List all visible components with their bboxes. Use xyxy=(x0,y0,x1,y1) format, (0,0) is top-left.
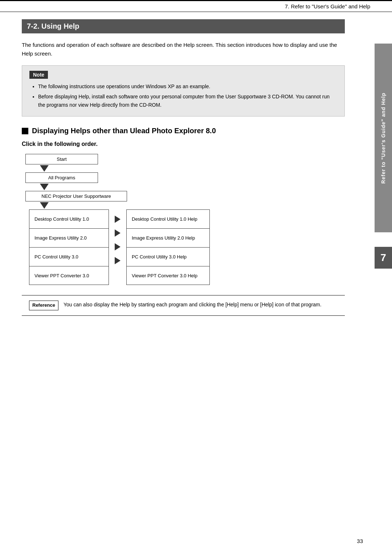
down-triangle-icon-3 xyxy=(40,202,49,209)
branch-left-item-3: PC Control Utility 3.0 xyxy=(29,247,109,266)
flow-step-start: Start xyxy=(25,154,98,164)
branch-right-item-4: Viewer PPT Converter 3.0 Help xyxy=(126,266,210,285)
main-content: 7-2. Using Help The functions and operat… xyxy=(0,12,374,330)
branch-right-column: Desktop Control Utility 1.0 Help Image E… xyxy=(126,209,210,285)
note-label: Note xyxy=(29,71,48,79)
note-list: The following instructions use operation… xyxy=(29,82,337,109)
chapter-number-badge: 7 xyxy=(375,247,392,269)
branch-left-item-1: Desktop Control Utility 1.0 xyxy=(29,209,109,228)
reference-text: You can also display the Help by startin… xyxy=(64,301,322,309)
subsection-title: Displaying Helps other than Ulead Photo … xyxy=(22,127,345,135)
down-triangle-icon-2 xyxy=(40,184,49,190)
subsection-title-text: Displaying Helps other than Ulead Photo … xyxy=(32,127,216,135)
page-header: 7. Refer to "User's Guide" and Help xyxy=(0,0,392,12)
body-text: The functions and operation of each soft… xyxy=(22,41,345,58)
branch-left-column: Desktop Control Utility 1.0 Image Expres… xyxy=(29,209,109,285)
branch-right-item-2: Image Express Utility 2.0 Help xyxy=(126,228,210,247)
down-triangle-icon-1 xyxy=(40,165,49,172)
page-container: 7. Refer to "User's Guide" and Help Refe… xyxy=(0,0,392,555)
flow-step-all-programs: All Programs xyxy=(25,172,98,183)
black-square-icon xyxy=(22,128,28,134)
branch-left-item-4: Viewer PPT Converter 3.0 xyxy=(29,266,109,285)
page-number: 33 xyxy=(357,538,363,544)
reference-label: Reference xyxy=(29,301,58,310)
arrow-2 xyxy=(40,184,49,190)
branch-left-item-2: Image Express Utility 2.0 xyxy=(29,228,109,247)
branch-connector xyxy=(109,209,126,270)
arrow-3 xyxy=(40,202,49,209)
arrow-1 xyxy=(40,165,49,172)
flow-diagram: Start All Programs NEC Projector User Su… xyxy=(25,154,345,285)
note-item-2: Before displaying Help, install each sof… xyxy=(38,93,337,109)
right-arrow-icon-2 xyxy=(115,229,121,237)
flow-step-nec: NEC Projector User Supportware xyxy=(25,191,127,201)
section-heading: 7-2. Using Help xyxy=(22,19,345,33)
reference-box: Reference You can also display the Help … xyxy=(22,295,345,316)
branch-area: Desktop Control Utility 1.0 Image Expres… xyxy=(29,209,210,285)
right-arrow-icon-4 xyxy=(115,257,121,264)
chapter-number: 7 xyxy=(380,252,386,264)
sidebar-text: Refer to "User's Guide" and Help xyxy=(380,93,387,184)
sub-heading: Click in the following order. xyxy=(22,141,345,147)
branch-right-item-3: PC Control Utility 3.0 Help xyxy=(126,247,210,266)
note-box: Note The following instructions use oper… xyxy=(22,65,345,117)
right-arrow-icon-1 xyxy=(115,216,121,223)
right-sidebar: Refer to "User's Guide" and Help xyxy=(375,44,392,232)
header-title: 7. Refer to "User's Guide" and Help xyxy=(285,3,370,9)
right-arrow-icon-3 xyxy=(115,243,121,250)
note-item-1: The following instructions use operation… xyxy=(38,82,337,90)
branch-right-item-1: Desktop Control Utility 1.0 Help xyxy=(126,209,210,228)
